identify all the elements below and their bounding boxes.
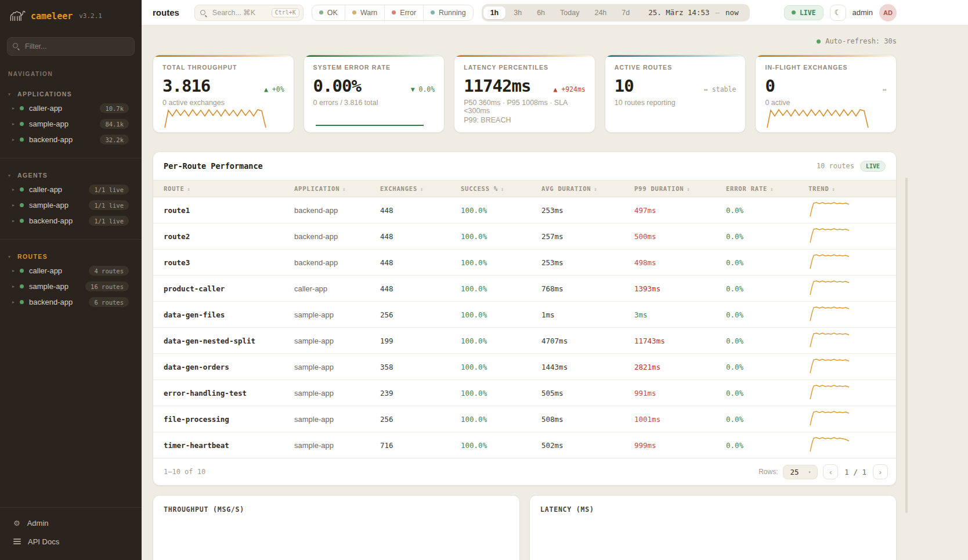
sidebar-item-caller-app-agent[interactable]: ▸ caller-app 1/1 live bbox=[0, 182, 142, 197]
section-header-routes[interactable]: ▾ ROUTES bbox=[0, 250, 142, 263]
sidebar-item-caller-app[interactable]: ▸ caller-app 10.7k bbox=[0, 100, 142, 116]
table-row[interactable]: timer-heartbeat sample-app 716 100.0% 50… bbox=[153, 432, 896, 458]
route-name[interactable]: product-caller bbox=[153, 276, 294, 302]
sidebar-item-caller-app-routes[interactable]: ▸ caller-app 4 routes bbox=[0, 263, 142, 279]
topbar: routes Ctrl+K OK Warn Error bbox=[142, 0, 968, 26]
route-trend-sparkline bbox=[808, 302, 896, 328]
app-name: cameleer bbox=[31, 11, 73, 21]
route-name[interactable]: data-gen-nested-split bbox=[153, 328, 294, 354]
next-page-button[interactable]: › bbox=[873, 464, 888, 479]
sidebar-item-api-docs[interactable]: API Docs bbox=[0, 532, 142, 551]
route-name[interactable]: data-gen-orders bbox=[153, 354, 294, 380]
route-trend-sparkline bbox=[808, 432, 896, 458]
sidebar-item-sample-app-routes[interactable]: ▸ sample-app 16 routes bbox=[0, 279, 142, 294]
section-header-applications[interactable]: ▾ APPLICATIONS bbox=[0, 88, 142, 100]
range-today[interactable]: Today bbox=[553, 6, 586, 19]
sidebar-item-backend-app-agent[interactable]: ▸ backend-app 1/1 live bbox=[0, 213, 142, 229]
live-label: LIVE bbox=[866, 163, 880, 169]
range-1h[interactable]: 1h bbox=[483, 6, 506, 19]
route-name[interactable]: route2 bbox=[153, 223, 294, 250]
table-row[interactable]: product-caller caller-app 448 100.0% 768… bbox=[153, 276, 896, 302]
route-success: 100.0% bbox=[461, 432, 541, 458]
route-exchanges: 448 bbox=[380, 250, 461, 276]
panel-header: Per-Route Performance 10 routes LIVE bbox=[153, 152, 896, 180]
filter-chip-running[interactable]: Running bbox=[423, 5, 473, 20]
range-3h[interactable]: 3h bbox=[507, 6, 529, 19]
column-header-route[interactable]: ROUTE↕ bbox=[153, 180, 294, 197]
table-row[interactable]: file-processing sample-app 256 100.0% 50… bbox=[153, 406, 896, 432]
status-dot bbox=[20, 269, 24, 273]
date-range: 25. März 14:53 — now bbox=[638, 8, 747, 17]
route-exchanges: 256 bbox=[380, 302, 461, 328]
kpi-value: 3.816 bbox=[162, 76, 210, 96]
item-badge: 84.1k bbox=[100, 119, 129, 129]
column-header-error-rate[interactable]: ERROR RATE↕ bbox=[726, 180, 808, 197]
route-avg-duration: 1443ms bbox=[541, 354, 634, 380]
status-filter-group: OK Warn Error Running bbox=[312, 5, 474, 21]
sidebar-item-backend-app[interactable]: ▸ backend-app 32.2k bbox=[0, 132, 142, 147]
item-badge: 32.2k bbox=[100, 135, 129, 144]
card-accent bbox=[454, 55, 595, 57]
filter-chip-warn[interactable]: Warn bbox=[345, 5, 384, 20]
routes-count: 10 routes bbox=[817, 162, 854, 170]
route-name[interactable]: route1 bbox=[153, 197, 294, 223]
main-area: routes Ctrl+K OK Warn Error bbox=[142, 0, 968, 560]
table-row[interactable]: error-handling-test sample-app 239 100.0… bbox=[153, 380, 896, 406]
app-root: cameleer v3.2.1 NAVIGATION ▾ APPLICATION… bbox=[0, 0, 968, 560]
range-6h[interactable]: 6h bbox=[530, 6, 552, 19]
filter-chip-error[interactable]: Error bbox=[384, 5, 423, 20]
route-avg-duration: 505ms bbox=[541, 380, 634, 406]
kpi-system-error-rate[interactable]: SYSTEM ERROR RATE 0.00% ▼ 0.0% 0 errors … bbox=[304, 55, 445, 133]
route-name[interactable]: data-gen-files bbox=[153, 302, 294, 328]
kpi-delta: ⇔ stable bbox=[704, 85, 736, 93]
sidebar-item-admin[interactable]: ⚙ Admin bbox=[0, 514, 142, 532]
topbar-right: LIVE ☾ admin AD bbox=[784, 4, 897, 21]
sidebar-item-sample-app-agent[interactable]: ▸ sample-app 1/1 live bbox=[0, 197, 142, 213]
sidebar-item-backend-app-routes[interactable]: ▸ backend-app 6 routes bbox=[0, 294, 142, 310]
table-row[interactable]: route3 backend-app 448 100.0% 253ms 498m… bbox=[153, 250, 896, 276]
range-24h[interactable]: 24h bbox=[587, 6, 613, 19]
column-header-avg-duration[interactable]: AVG DURATION↕ bbox=[541, 180, 634, 197]
column-header-exchanges[interactable]: EXCHANGES↕ bbox=[380, 180, 461, 197]
status-dot bbox=[20, 219, 24, 223]
table-row[interactable]: data-gen-files sample-app 256 100.0% 1ms… bbox=[153, 302, 896, 328]
section-header-agents[interactable]: ▾ AGENTS bbox=[0, 169, 142, 182]
route-name[interactable]: route3 bbox=[153, 250, 294, 276]
range-7d[interactable]: 7d bbox=[615, 6, 637, 19]
kpi-latency-percentiles[interactable]: LATENCY PERCENTILES 11742ms ▲ +924ms P50… bbox=[454, 55, 595, 133]
route-name[interactable]: file-processing bbox=[153, 406, 294, 432]
scrollbar[interactable] bbox=[905, 178, 908, 513]
filter-chip-ok[interactable]: OK bbox=[312, 5, 345, 20]
route-exchanges: 448 bbox=[380, 276, 461, 302]
previous-page-button[interactable]: ‹ bbox=[823, 464, 838, 479]
sort-icon: ↕ bbox=[594, 186, 597, 192]
route-success: 100.0% bbox=[461, 354, 541, 380]
column-header-trend[interactable]: TREND↕ bbox=[808, 180, 896, 197]
filter-input[interactable] bbox=[7, 37, 135, 56]
route-success: 100.0% bbox=[461, 276, 541, 302]
kpi-active-routes[interactable]: ACTIVE ROUTES 10 ⇔ stable 10 routes repo… bbox=[605, 55, 746, 133]
sidebar-item-sample-app[interactable]: ▸ sample-app 84.1k bbox=[0, 116, 142, 132]
rows-per-page-select[interactable]: 25 ▾ bbox=[783, 465, 818, 479]
route-name[interactable]: timer-heartbeat bbox=[153, 432, 294, 458]
column-header-application[interactable]: APPLICATION↕ bbox=[294, 180, 380, 197]
kpi-total-throughput[interactable]: TOTAL THROUGHPUT 3.816 ▲ +0% 0 active ex… bbox=[153, 55, 294, 133]
kpi-subtitle: 10 routes reporting bbox=[615, 99, 736, 107]
kpi-in-flight-exchanges[interactable]: IN-FLIGHT EXCHANGES 0 ⇔ 0 active bbox=[755, 55, 897, 133]
route-error-rate: 0.0% bbox=[726, 432, 808, 458]
table-row[interactable]: data-gen-orders sample-app 358 100.0% 14… bbox=[153, 354, 896, 380]
route-name[interactable]: error-handling-test bbox=[153, 380, 294, 406]
item-label: backend-app bbox=[29, 298, 73, 306]
item-badge: 6 routes bbox=[89, 297, 129, 307]
live-badge[interactable]: LIVE bbox=[784, 5, 823, 20]
column-header-success[interactable]: SUCCESS %↕ bbox=[461, 180, 541, 197]
table-row[interactable]: route2 backend-app 448 100.0% 257ms 500m… bbox=[153, 223, 896, 250]
item-badge: 4 routes bbox=[89, 266, 129, 276]
table-row[interactable]: data-gen-nested-split sample-app 199 100… bbox=[153, 328, 896, 354]
avatar[interactable]: AD bbox=[879, 4, 897, 21]
column-header-p99-duration[interactable]: P99 DURATION↕ bbox=[634, 180, 726, 197]
theme-toggle-button[interactable]: ☾ bbox=[830, 5, 846, 21]
route-avg-duration: 4707ms bbox=[541, 328, 634, 354]
route-trend-sparkline bbox=[808, 406, 896, 432]
table-row[interactable]: route1 backend-app 448 100.0% 253ms 497m… bbox=[153, 197, 896, 223]
